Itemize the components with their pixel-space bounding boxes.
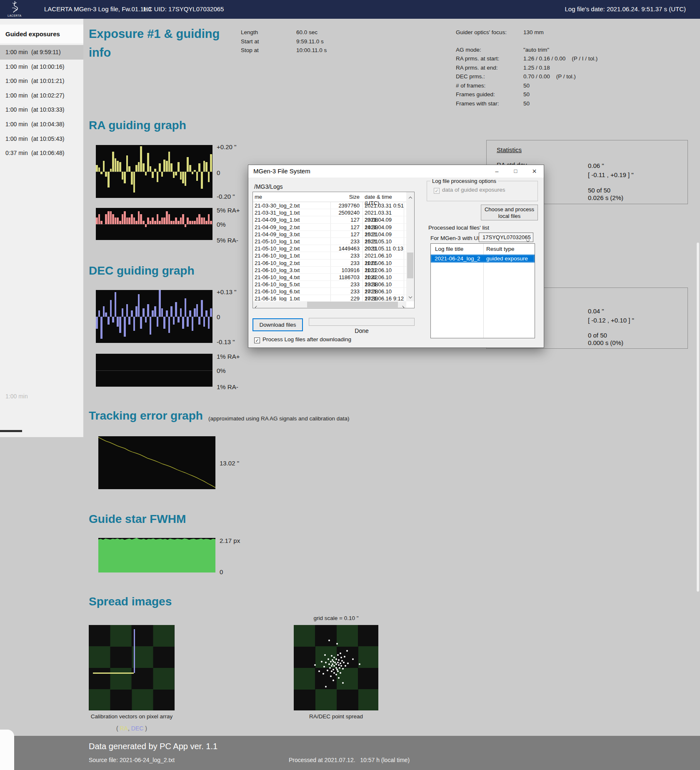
info-row: Frames with star:50 [456,99,598,108]
file-rows: 21-03-30_log_2.txt23977602021.03.31 0:51… [253,202,406,308]
star-point [324,654,326,656]
info-label: DEC prms.: [456,72,523,81]
data-bar [152,218,154,224]
sidebar-item-exposure[interactable]: 1:00 min(at 10:03:33) [0,102,83,117]
file-size: 233 [253,252,360,259]
file-row[interactable]: 21-06-10_log_3.txt1039162021.06.10 11:42 [253,267,406,274]
file-row[interactable]: 21-04-09_log_1.txt1272021.04.09 14:39 [253,216,406,223]
file-row[interactable]: 21-06-10_log_1.txt2332021.06.10 11:05 [253,252,406,259]
scroll-right-icon[interactable] [400,303,405,308]
column-datetime[interactable]: date & time (UTC) [365,194,406,206]
info-label: Frames guided: [456,90,523,99]
info-value: 50 [523,100,530,107]
star-point [337,662,339,663]
star-point [345,665,346,667]
section-title-ra: RA guiding graph [89,119,186,132]
app-window: LACERTA LACERTA MGen-3 Log file, Fw.01.1… [0,0,700,770]
app-title: LACERTA MGen-3 Log file, Fw.01.11.1 [44,5,152,12]
file-size: 1186703 [253,274,360,281]
horizontal-scrollbar-thumb[interactable] [307,302,398,308]
axis-label: -0.20 " [217,193,235,200]
fwhm-graph: 2.17 px0 [98,538,215,572]
file-row[interactable]: 21-06-10_log_2.txt2332021.06.10 11:12 [253,260,406,267]
maximize-button[interactable]: □ [506,165,525,178]
sidebar-item-exposure[interactable]: 1:00 min(at 10:00:16) [0,60,83,74]
scroll-up-icon[interactable] [406,194,414,201]
info-row: AG mode:"auto trim" [456,45,598,55]
exposure-timestamp: (at 10:00:16) [31,63,64,70]
data-bar [189,221,191,224]
data-bar [131,214,133,224]
sidebar-item-exposure[interactable]: 1:00 min(at 10:01:21) [0,74,83,88]
ra-calibration-vector [93,672,134,674]
file-row[interactable]: 21-05-10_log_2.txt14494632021.05.11 0:13 [253,245,406,252]
calibration-caption: Calibration vectors on pixel array [89,713,175,720]
star-point [339,667,340,669]
horizontal-scrollbar[interactable] [253,301,406,308]
sidebar-item-exposure[interactable]: 0:37 min(at 10:06:48) [0,146,83,160]
minimize-button[interactable]: – [488,165,506,178]
file-size: 127 [253,224,360,231]
process-checkbox[interactable]: ✓ [254,338,260,343]
data-bar [170,221,172,224]
data-bar [140,214,142,224]
process-after-download-row[interactable]: ✓Process Log files after downloading [254,336,351,343]
file-row[interactable]: 21-06-10_log_5.txt2332021.06.10 17:28 [253,281,406,288]
axis-label: 0% [217,367,226,374]
star-point [338,664,340,666]
star-point [321,661,322,662]
download-files-button[interactable]: Download files [252,318,303,331]
file-list-header[interactable]: me Size date & time (UTC) [253,192,406,202]
statistic-value: 0 of 50 [588,332,607,339]
dialog-title-bar[interactable]: MGen-3 File System – □ × [248,165,544,178]
star-point [318,670,320,672]
choose-local-files-button[interactable]: Choose and process local files [481,205,538,220]
star-point [333,657,335,658]
page-scrollbar-thumb[interactable] [696,242,700,592]
file-row[interactable]: 21-04-09_log_3.txt1272021.04.09 15:21 [253,231,406,238]
data-bar [201,172,203,189]
remote-file-list[interactable]: me Size date & time (UTC) 21-03-30_log_2… [252,192,415,308]
uid-dropdown[interactable]: 17SYQYL07032065 [479,232,533,242]
vertical-scrollbar-thumb[interactable] [407,252,413,278]
sidebar-item-exposure[interactable]: 1:00 min(at 10:05:43) [0,132,83,146]
section-title-spread: Spread images [89,595,172,608]
close-button[interactable]: × [525,165,544,178]
sidebar-item-exposure[interactable]: 1:00 min(at 10:04:38) [0,117,83,132]
file-row[interactable]: 21-04-09_log_2.txt1272021.04.09 15:21 [253,224,406,231]
sidebar-item-exposure[interactable]: 1:00 min(at 10:02:27) [0,88,83,103]
file-size: 2509240 [253,209,360,216]
data-bar [119,317,121,333]
scroll-down-icon[interactable] [406,292,414,300]
column-result-type[interactable]: Result type [486,246,515,252]
file-row[interactable]: 21-06-10_log_4.txt11867032021.06.10 13:3… [253,274,406,281]
info-row: Guider optics' focus:130 mm [456,28,598,37]
data-bar [103,306,105,316]
info-value: "auto trim" [523,47,549,53]
column-log-file-title[interactable]: Log file title [435,246,463,252]
column-size[interactable]: Size [253,194,360,200]
processed-at: Processed at 2021.07.12. 10:57 h (local … [289,757,410,763]
info-row: Length60.0 sec [241,28,327,37]
statistic-value: 0.026 s (2%) [588,194,623,201]
exposure-duration: 1:00 min [5,117,31,132]
star-point [332,669,334,670]
processed-file-row[interactable]: 2021-06-24_log_2guided exposure [431,255,535,262]
legend-sep: , [128,725,131,732]
info-row: Stop at10:00.11.0 s [241,46,327,55]
data-bar [192,317,194,331]
file-row[interactable]: 21-05-10_log_1.txt2332021.05.10 20:11 [253,238,406,245]
data-bar [159,221,161,224]
scroll-left-icon[interactable] [254,303,260,308]
data-bar [105,172,107,177]
file-row[interactable]: 21-06-10_log_6.txt2332021.06.10 17:39 [253,288,406,295]
file-row[interactable]: 21-03-31_log_1.txt25092402021.03.31 23:0… [253,209,406,216]
data-bar [135,165,138,172]
sidebar-item-exposure[interactable]: 1:00 min(at 9:59:11) [0,45,83,60]
section-title-dec: DEC guiding graph [89,264,195,278]
data-bar [210,221,212,224]
current-path: /MG3/Logs [254,183,282,190]
source-file: Source file: 2021-06-24_log_2.txt [89,757,175,763]
vertical-scrollbar[interactable] [406,192,414,301]
processed-files-table[interactable]: Log file title Result type 2021-06-24_lo… [430,243,535,338]
